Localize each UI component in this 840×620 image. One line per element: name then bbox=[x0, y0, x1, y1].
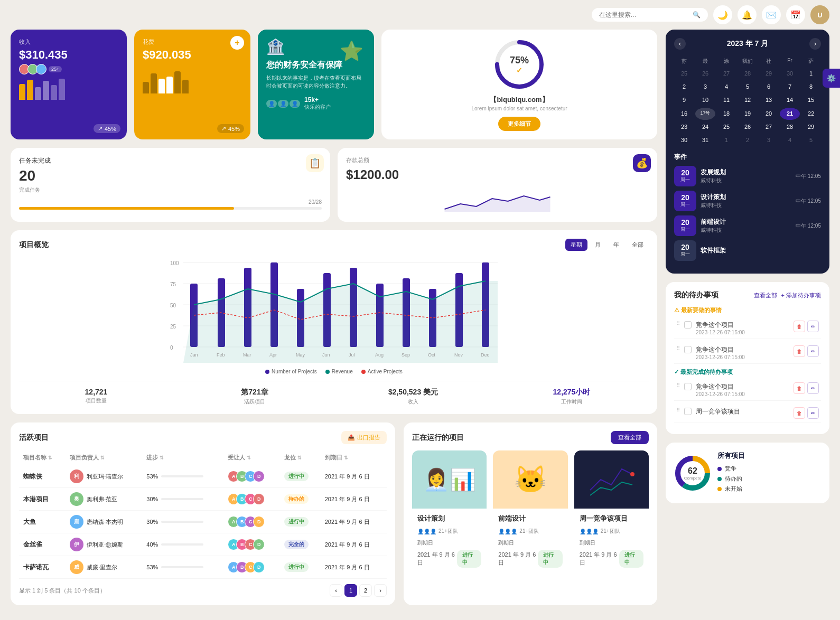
drag-handle-3[interactable]: ⠿ bbox=[676, 382, 680, 388]
col-assignee[interactable]: 受让人 ⇅ bbox=[223, 450, 280, 465]
cal-day-18[interactable]: 18 bbox=[716, 108, 736, 120]
running-status-1[interactable]: 进行中 bbox=[457, 550, 481, 568]
todo-edit-4[interactable]: ✏ bbox=[807, 407, 819, 419]
mail-icon[interactable]: ✉️ bbox=[762, 5, 781, 24]
drag-handle-1[interactable]: ⠿ bbox=[676, 321, 680, 326]
notification-icon[interactable]: 🔔 bbox=[738, 5, 757, 24]
svg-text:100: 100 bbox=[170, 260, 179, 266]
col-due[interactable]: 到期日 ⇅ bbox=[321, 450, 387, 465]
cal-day-21-today[interactable]: 21 bbox=[780, 108, 800, 120]
running-status-3[interactable]: 进行中 bbox=[619, 550, 643, 568]
filter-yearly[interactable]: 年 bbox=[608, 239, 624, 251]
cal-day-p29[interactable]: 29 bbox=[759, 68, 779, 80]
col-progress[interactable]: 进步 ⇅ bbox=[142, 450, 223, 465]
cal-day-6[interactable]: 6 bbox=[759, 81, 779, 93]
cal-day-30[interactable]: 30 bbox=[674, 134, 694, 146]
search-box[interactable]: 🔍 bbox=[592, 8, 708, 22]
drag-handle-2[interactable]: ⠿ bbox=[676, 345, 680, 351]
settings-button[interactable]: ⚙️ bbox=[823, 69, 840, 88]
todo-delete-3[interactable]: 🗑 bbox=[794, 382, 805, 394]
cal-day-14[interactable]: 14 bbox=[780, 94, 800, 106]
owner-name: 奥利弗·范亚 bbox=[87, 495, 117, 503]
cal-day-p25[interactable]: 25 bbox=[674, 68, 694, 80]
todo-edit-1[interactable]: ✏ bbox=[807, 321, 819, 332]
cal-next-button[interactable]: › bbox=[809, 38, 821, 50]
todo-checkbox-3[interactable] bbox=[684, 383, 692, 390]
drag-handle-4[interactable]: ⠿ bbox=[676, 407, 680, 413]
page-next[interactable]: › bbox=[374, 584, 387, 597]
cal-day-1[interactable]: 1 bbox=[801, 68, 821, 80]
more-details-button[interactable]: 更多细节 bbox=[498, 117, 540, 131]
todo-delete-2[interactable]: 🗑 bbox=[794, 345, 805, 357]
cal-day-n5[interactable]: 5 bbox=[801, 134, 821, 146]
todo-add-link[interactable]: + 添加待办事项 bbox=[781, 292, 821, 299]
cal-day-17[interactable]: 17号 bbox=[695, 108, 715, 120]
cal-day-7[interactable]: 7 bbox=[780, 81, 800, 93]
legend-num-projects: Number of Projects bbox=[265, 369, 317, 374]
cal-day-4[interactable]: 4 bbox=[716, 81, 736, 93]
cal-day-19[interactable]: 19 bbox=[738, 108, 758, 120]
todo-delete-4[interactable]: 🗑 bbox=[794, 407, 805, 419]
cell-due: 2021 年 9 月 6 日 bbox=[321, 465, 387, 488]
cal-day-2[interactable]: 2 bbox=[674, 81, 694, 93]
cal-day-27[interactable]: 27 bbox=[759, 121, 779, 133]
cal-day-23[interactable]: 23 bbox=[674, 121, 694, 133]
filter-weekly[interactable]: 星期 bbox=[565, 239, 587, 251]
cal-day-26[interactable]: 26 bbox=[738, 121, 758, 133]
cal-day-22[interactable]: 22 bbox=[801, 108, 821, 120]
cal-day-5[interactable]: 5 bbox=[738, 81, 758, 93]
page-2[interactable]: 2 bbox=[359, 584, 372, 597]
todo-checkbox-1[interactable] bbox=[684, 321, 692, 328]
view-all-button[interactable]: 查看全部 bbox=[611, 431, 649, 444]
export-button[interactable]: 📤 出口报告 bbox=[341, 431, 387, 444]
cal-day-20[interactable]: 20 bbox=[759, 108, 779, 120]
todo-edit-3[interactable]: ✏ bbox=[807, 382, 819, 394]
cal-day-10[interactable]: 10 bbox=[695, 94, 715, 106]
running-grid: 👩‍💼📊 设计策划 👤👤👤 21+团队 到期日 bbox=[412, 450, 649, 573]
todo-checkbox-2[interactable] bbox=[684, 346, 692, 353]
cal-day-12[interactable]: 12 bbox=[738, 94, 758, 106]
running-img-icon-2: 🐱 bbox=[514, 464, 547, 495]
filter-monthly[interactable]: 月 bbox=[590, 239, 606, 251]
cal-day-25[interactable]: 25 bbox=[716, 121, 736, 133]
cal-day-8[interactable]: 8 bbox=[801, 81, 821, 93]
cal-day-n2[interactable]: 2 bbox=[738, 134, 758, 146]
cal-day-p28[interactable]: 28 bbox=[738, 68, 758, 80]
cal-day-9[interactable]: 9 bbox=[674, 94, 694, 106]
event-1: 20 周一 发展规划 威特科技 中午 12:05 bbox=[674, 166, 821, 186]
cal-day-n4[interactable]: 4 bbox=[780, 134, 800, 146]
add-expense-button[interactable]: + bbox=[230, 36, 244, 50]
cal-day-24[interactable]: 24 bbox=[695, 121, 715, 133]
project-chart: 100 75 50 25 0 bbox=[19, 257, 649, 364]
theme-toggle[interactable]: 🌙 bbox=[713, 5, 732, 24]
user-avatar[interactable]: U bbox=[810, 5, 829, 24]
running-status-2[interactable]: 进行中 bbox=[538, 550, 562, 568]
col-status[interactable]: 龙位 ⇅ bbox=[280, 450, 321, 465]
page-prev[interactable]: ‹ bbox=[330, 584, 342, 597]
cal-day-p27[interactable]: 27 bbox=[716, 68, 736, 80]
cal-day-p26[interactable]: 26 bbox=[695, 68, 715, 80]
cal-day-16[interactable]: 16 bbox=[674, 108, 694, 120]
owner-name: 伊利亚·愈婉斯 bbox=[87, 541, 123, 549]
col-name[interactable]: 项目名称 ⇅ bbox=[19, 450, 66, 465]
cal-day-11[interactable]: 11 bbox=[716, 94, 736, 106]
col-owner[interactable]: 项目负责人 ⇅ bbox=[66, 450, 142, 465]
calendar-icon[interactable]: 📅 bbox=[786, 5, 805, 24]
todo-view-all-link[interactable]: 查看全部 bbox=[754, 292, 777, 299]
cal-day-31[interactable]: 31 bbox=[695, 134, 715, 146]
page-1[interactable]: 1 bbox=[344, 584, 357, 597]
cal-prev-button[interactable]: ‹ bbox=[674, 38, 686, 50]
cal-day-28[interactable]: 28 bbox=[780, 121, 800, 133]
todo-edit-2[interactable]: ✏ bbox=[807, 345, 819, 357]
cal-day-n1[interactable]: 1 bbox=[716, 134, 736, 146]
cal-day-29[interactable]: 29 bbox=[801, 121, 821, 133]
filter-all[interactable]: 全部 bbox=[627, 239, 649, 251]
search-input[interactable] bbox=[599, 11, 688, 18]
cal-day-3[interactable]: 3 bbox=[695, 81, 715, 93]
cal-day-n3[interactable]: 3 bbox=[759, 134, 779, 146]
todo-delete-1[interactable]: 🗑 bbox=[794, 321, 805, 332]
cal-day-13[interactable]: 13 bbox=[759, 94, 779, 106]
cal-day-p30[interactable]: 30 bbox=[780, 68, 800, 80]
todo-checkbox-4[interactable] bbox=[684, 408, 692, 415]
cal-day-15[interactable]: 15 bbox=[801, 94, 821, 106]
